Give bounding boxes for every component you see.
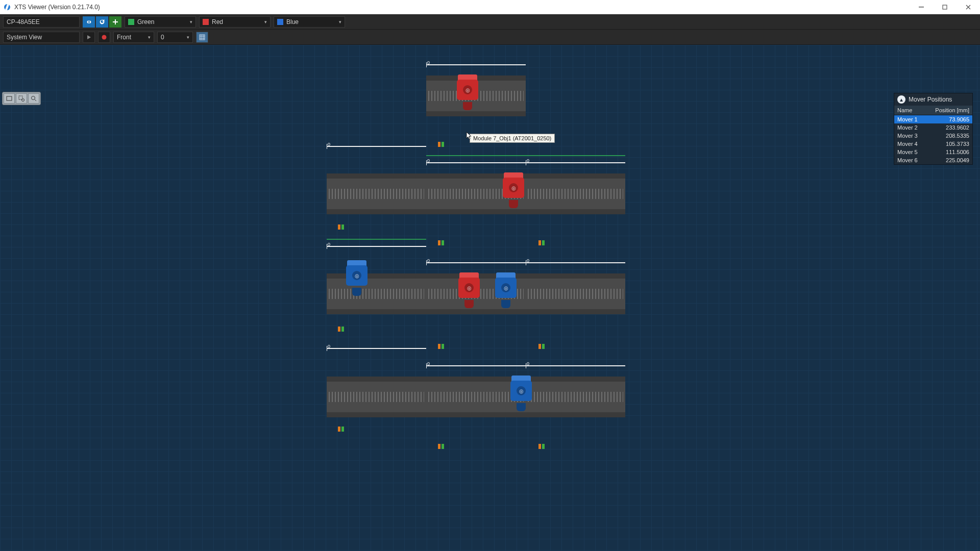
cell-name: Mover 4 <box>894 140 925 148</box>
ruler: 0 <box>426 262 526 263</box>
track-module[interactable] <box>327 273 426 314</box>
chevron-down-icon: ▾ <box>148 35 151 40</box>
svg-rect-5 <box>200 35 205 40</box>
target-label: CP-48A5EE <box>7 18 40 26</box>
app-icon <box>3 3 11 11</box>
mover-blue[interactable]: ◎ <box>510 375 532 411</box>
chevron-down-icon: ▾ <box>264 19 267 24</box>
track-module[interactable] <box>327 173 426 214</box>
ruler-zero: 0 <box>328 344 330 349</box>
refresh-button[interactable] <box>96 16 108 28</box>
cell-name: Mover 3 <box>894 132 925 140</box>
cursor-icon <box>466 132 472 140</box>
table-row[interactable]: Mover 2233.9602 <box>894 123 972 132</box>
cell-name: Mover 2 <box>894 123 925 132</box>
table-row[interactable]: Mover 3208.5335 <box>894 132 972 140</box>
table-row[interactable]: Mover 6225.0049 <box>894 156 972 164</box>
blue-channel-label: Blue <box>286 18 299 26</box>
collapse-icon[interactable]: ▲ <box>897 95 905 104</box>
grid-toggle-button[interactable] <box>196 32 208 43</box>
index-label: 0 <box>161 34 164 41</box>
ruler: 0 <box>526 365 625 366</box>
mover-blue[interactable]: ◎ <box>495 272 517 308</box>
mover-red[interactable]: ◎ <box>457 74 478 110</box>
ruler-zero: 0 <box>427 258 430 263</box>
track-module[interactable] <box>526 377 625 417</box>
module-status-leds <box>438 240 444 245</box>
record-button[interactable] <box>98 32 110 43</box>
mode-field[interactable]: System View <box>3 32 80 43</box>
col-name[interactable]: Name <box>894 106 925 115</box>
chevron-down-icon: ▾ <box>190 19 192 24</box>
mover-blue[interactable]: ◎ <box>346 260 368 296</box>
cell-position: 233.9602 <box>925 123 972 132</box>
table-row[interactable]: Mover 5111.5006 <box>894 148 972 156</box>
blue-channel-dropdown[interactable]: Blue ▾ <box>274 16 345 28</box>
red-channel-dropdown[interactable]: Red ▾ <box>199 16 271 28</box>
titlebar: XTS Viewer (Version 0.21.74.0) <box>0 0 980 14</box>
ruler-zero: 0 <box>328 242 330 247</box>
ruler-zero: 0 <box>328 142 330 147</box>
zoom-fit-button[interactable] <box>4 93 15 104</box>
cell-name: Mover 6 <box>894 156 925 164</box>
cell-position: 208.5335 <box>925 132 972 140</box>
ruler-zero: 0 <box>427 361 430 366</box>
col-position[interactable]: Position [mm] <box>925 106 972 115</box>
target-field[interactable]: CP-48A5EE <box>3 16 80 28</box>
track-module[interactable] <box>526 273 625 314</box>
window-minimize-button[interactable] <box>910 0 933 14</box>
zoom-region-button[interactable] <box>16 93 27 104</box>
view-label: Front <box>117 34 131 41</box>
ruler: 0 <box>526 162 625 163</box>
add-button[interactable] <box>109 16 121 28</box>
chevron-down-icon: ▾ <box>339 19 341 24</box>
mover-positions-table: Name Position [mm] Mover 173.9065Mover 2… <box>894 106 972 164</box>
track-canvas[interactable]: 0 ◎ Module 7_Obj1 (AT2001_0250) 0 0 0 ◎ <box>0 45 980 551</box>
ruler: 0 <box>327 246 426 247</box>
svg-point-4 <box>102 35 107 39</box>
green-channel-label: Green <box>137 18 154 26</box>
tooltip-text: Module 7_Obj1 (AT2001_0250) <box>473 135 551 141</box>
view-dropdown[interactable]: Front ▾ <box>113 32 154 43</box>
ruler: 0 <box>426 162 526 163</box>
zoom-reset-button[interactable] <box>28 93 39 104</box>
module-tooltip: Module 7_Obj1 (AT2001_0250) <box>470 134 555 143</box>
play-button[interactable] <box>83 32 95 43</box>
mover-red[interactable]: ◎ <box>503 172 524 208</box>
ruler: 0 <box>426 64 526 65</box>
ruler: 0 <box>327 348 426 349</box>
red-swatch-icon <box>203 19 209 25</box>
blue-swatch-icon <box>277 19 283 25</box>
svg-point-9 <box>32 96 35 100</box>
zoom-toolbar <box>2 92 41 105</box>
table-row[interactable]: Mover 173.9065 <box>894 115 972 124</box>
cell-name: Mover 1 <box>894 115 925 124</box>
green-channel-dropdown[interactable]: Green ▾ <box>125 16 196 28</box>
ruler: 0 <box>327 146 426 147</box>
mode-label: System View <box>7 34 42 41</box>
window-close-button[interactable] <box>957 0 980 14</box>
module-status-leds <box>438 142 444 147</box>
index-dropdown[interactable]: 0 ▾ <box>157 32 193 43</box>
svg-rect-3 <box>943 5 947 9</box>
track-module[interactable] <box>526 173 625 214</box>
link-toggle-button[interactable] <box>83 16 95 28</box>
cell-name: Mover 5 <box>894 148 925 156</box>
green-overlay-line <box>327 239 426 240</box>
ruler-zero: 0 <box>527 258 529 263</box>
svg-rect-2 <box>919 7 924 8</box>
mover-red[interactable]: ◎ <box>458 272 480 308</box>
table-row[interactable]: Mover 4105.3733 <box>894 140 972 148</box>
module-status-leds <box>438 444 444 449</box>
window-maximize-button[interactable] <box>933 0 957 14</box>
module-status-leds <box>438 344 444 349</box>
ruler-zero: 0 <box>527 158 529 163</box>
module-status-leds <box>338 327 344 332</box>
toolbar-row-1: CP-48A5EE Green ▾ Red ▾ Blue ▾ <box>0 14 980 30</box>
track-module[interactable] <box>327 377 426 417</box>
ruler-zero: 0 <box>527 361 529 366</box>
toolbar-row-2: System View Front ▾ 0 ▾ <box>0 30 980 45</box>
green-overlay-line <box>426 155 625 156</box>
cell-position: 225.0049 <box>925 156 972 164</box>
cell-position: 73.9065 <box>925 115 972 124</box>
